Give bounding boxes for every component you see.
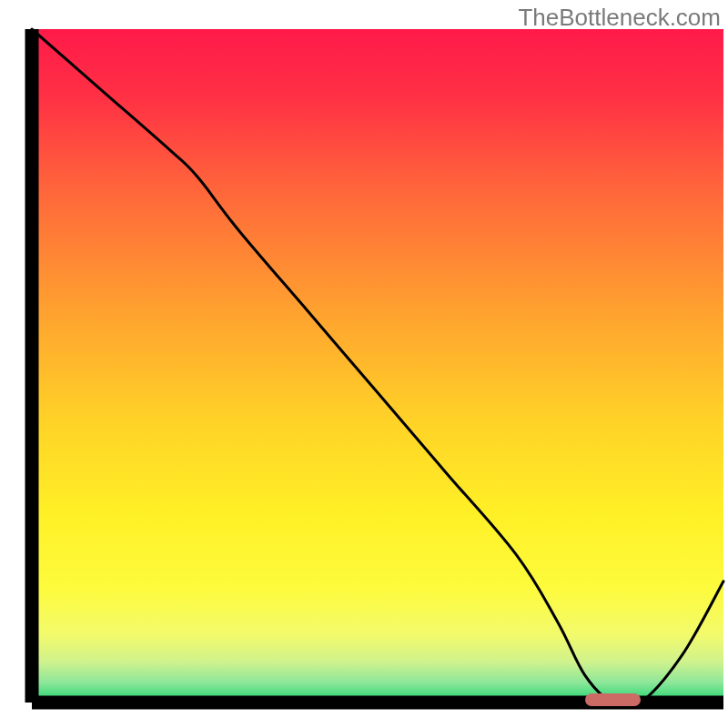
optimal-range-marker bbox=[585, 693, 641, 706]
watermark-text: TheBottleneck.com bbox=[518, 4, 721, 32]
bottleneck-chart bbox=[0, 0, 728, 728]
plot-area bbox=[32, 29, 723, 703]
